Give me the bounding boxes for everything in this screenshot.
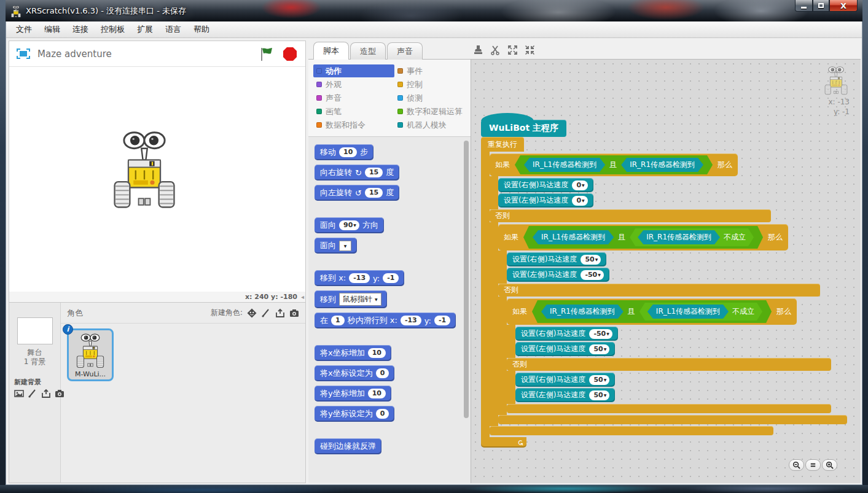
menu-board[interactable]: 控制板 [95, 22, 131, 37]
stage-canvas[interactable] [9, 67, 305, 292]
grow-sprite-icon[interactable] [507, 45, 518, 55]
menu-edit[interactable]: 编辑 [38, 22, 66, 37]
and-operator-block[interactable]: IR_R1传感器检测到 且 IR_L1传感器检测到 不成立 [532, 300, 772, 323]
category-data[interactable]: 数据和指令 [313, 118, 394, 131]
else-bar-2[interactable]: 否则 [498, 284, 820, 297]
block-set-y[interactable]: 将y坐标设定为0 [315, 406, 394, 422]
block-point-direction[interactable]: 面向90▼方向 [315, 217, 384, 233]
block-goto-xy[interactable]: 移到 x:-13y:-1 [315, 270, 404, 286]
direction-dropdown[interactable]: 90▼ [339, 220, 359, 230]
sprite-info-icon[interactable]: i [63, 324, 73, 335]
sensor-block-ir-r1[interactable]: IR_R1传感器检测到 [621, 158, 703, 172]
speed-dropdown[interactable]: 50▼ [581, 255, 601, 265]
category-events[interactable]: 事件 [394, 64, 468, 77]
script-stack[interactable]: WuLiBot 主程序 重复执行 如果 [481, 111, 847, 448]
stop-button[interactable] [282, 46, 298, 62]
not-operator-block[interactable]: IR_R1传感器检测到 不成立 [630, 228, 754, 246]
set-left-motor-speed-block[interactable]: 设置(左侧)马达速度-50▼ [507, 268, 609, 282]
shrink-sprite-icon[interactable] [525, 45, 535, 55]
dx-input[interactable]: 10 [368, 348, 386, 358]
category-looks[interactable]: 外观 [313, 78, 394, 91]
zoom-out-button[interactable] [789, 459, 804, 471]
set-right-motor-speed-block[interactable]: 设置(右侧)马达速度-50▼ [515, 327, 618, 341]
palette-scrollbar[interactable] [464, 141, 469, 418]
block-turn-right[interactable]: 向右旋转↻15度 [315, 165, 399, 181]
set-left-motor-speed-block[interactable]: 设置(左侧)马达速度50▼ [515, 388, 615, 402]
category-pen[interactable]: 画笔 [313, 105, 394, 118]
stage-thumbnail[interactable] [17, 317, 53, 344]
speed-dropdown[interactable]: -50▼ [581, 270, 604, 280]
paint-backdrop-icon[interactable] [28, 389, 37, 398]
dy-input[interactable]: 10 [368, 389, 386, 398]
speed-dropdown[interactable]: 0▼ [572, 196, 587, 206]
degrees-input[interactable]: 15 [365, 188, 383, 198]
sensor-block-ir-l1[interactable]: IR_L1传感器检测到 [647, 305, 729, 319]
if-row-3[interactable]: 如果 IR_R1传感器检测到 且 [507, 298, 797, 325]
sensor-block-ir-r1[interactable]: IR_R1传感器检测到 [541, 305, 624, 319]
block-goto-target[interactable]: 移到鼠标指针▼ [315, 290, 387, 308]
x-input[interactable]: -13 [401, 316, 421, 325]
category-operators[interactable]: 数字和逻辑运算 [394, 105, 468, 118]
category-sensing[interactable]: 侦测 [394, 91, 468, 104]
category-sound[interactable]: 声音 [313, 91, 394, 104]
forever-block[interactable]: 重复执行 如果 [481, 137, 847, 448]
tab-sounds[interactable]: 声音 [387, 42, 423, 60]
block-change-y[interactable]: 将y坐标增加10 [315, 386, 391, 402]
backdrop-from-library-icon[interactable] [14, 389, 24, 398]
panel-collapse-icon[interactable]: ◂ [301, 293, 304, 300]
sprite-card-m-wulibot[interactable]: i M-WuLi... [67, 328, 114, 381]
menu-file[interactable]: 文件 [10, 22, 38, 37]
sprite-from-library-icon[interactable] [247, 308, 257, 318]
speed-dropdown[interactable]: 50▼ [589, 344, 609, 354]
tab-costumes[interactable]: 造型 [350, 42, 386, 60]
if-else-block-3[interactable]: 如果 IR_R1传感器检测到 且 [507, 298, 831, 413]
speed-dropdown[interactable]: 50▼ [589, 390, 609, 400]
hat-block-wulibot-main[interactable]: WuLiBot 主程序 [481, 120, 566, 137]
sensor-block-ir-l1[interactable]: IR_L1传感器检测到 [524, 158, 605, 172]
sensor-block-ir-r1[interactable]: IR_R1传感器检测到 [638, 230, 720, 244]
speed-dropdown[interactable]: -50▼ [589, 329, 612, 339]
menu-language[interactable]: 语言 [159, 22, 187, 37]
paint-sprite-icon[interactable] [261, 308, 271, 318]
menu-extensions[interactable]: 扩展 [131, 22, 159, 37]
if-row-1[interactable]: 如果 IR_L1传感器检测到 且 IR_R1传感器检测到 那么 [490, 153, 738, 176]
block-move-steps[interactable]: 移动10步 [315, 144, 373, 160]
category-robot[interactable]: 机器人模块 [394, 118, 468, 131]
y-input[interactable]: 0 [376, 409, 389, 419]
block-change-x[interactable]: 将x坐标增加10 [315, 345, 391, 361]
if-row-2[interactable]: 如果 IR_L1传感器检测到 且 IR_R1传感器检测到 [498, 224, 788, 250]
sensor-block-ir-l1[interactable]: IR_L1传感器检测到 [533, 230, 614, 244]
block-set-x[interactable]: 将x坐标设定为0 [315, 365, 394, 381]
tab-scripts[interactable]: 脚本 [313, 42, 349, 60]
block-turn-left[interactable]: 向左旋转↺15度 [315, 185, 399, 201]
x-input[interactable]: -13 [349, 273, 370, 283]
category-motion[interactable]: 动作 [313, 64, 394, 77]
menu-help[interactable]: 帮助 [187, 22, 216, 37]
green-flag-button[interactable] [259, 46, 275, 62]
speed-dropdown[interactable]: 50▼ [589, 375, 609, 385]
not-operator-block[interactable]: IR_L1传感器检测到 不成立 [639, 303, 762, 320]
set-left-motor-speed-block[interactable]: 设置(左侧)马达速度0▼ [498, 193, 593, 208]
set-right-motor-speed-block[interactable]: 设置(右侧)马达速度0▼ [498, 178, 593, 192]
x-input[interactable]: 0 [376, 368, 389, 378]
category-control[interactable]: 控制 [394, 78, 468, 91]
block-bounce-on-edge[interactable]: 碰到边缘就反弹 [315, 438, 381, 454]
set-right-motor-speed-block[interactable]: 设置(右侧)马达速度50▼ [515, 373, 615, 387]
goto-target-dropdown[interactable]: 鼠标指针▼ [339, 293, 381, 306]
zoom-in-button[interactable] [822, 459, 837, 471]
upload-sprite-icon[interactable] [275, 308, 285, 318]
delete-scissors-icon[interactable] [490, 45, 501, 55]
maximize-button[interactable] [813, 0, 829, 12]
duplicate-stamp-icon[interactable] [473, 45, 483, 55]
script-canvas[interactable]: x: -13 y: -1 WuLiBot 主程序 重复执行 [471, 60, 861, 483]
set-left-motor-speed-block[interactable]: 设置(左侧)马达速度50▼ [515, 342, 615, 356]
target-dropdown[interactable]: ▼ [339, 241, 351, 251]
block-point-towards[interactable]: 面向▼ [315, 238, 357, 254]
and-operator-block[interactable]: IR_L1传感器检测到 且 IR_R1传感器检测到 [515, 155, 713, 174]
camera-sprite-icon[interactable] [289, 308, 299, 318]
and-operator-block[interactable]: IR_L1传感器检测到 且 IR_R1传感器检测到 不成立 [523, 226, 763, 249]
zoom-reset-button[interactable] [805, 459, 821, 471]
close-button[interactable]: X [829, 0, 858, 12]
secs-input[interactable]: 1 [331, 316, 345, 325]
degrees-input[interactable]: 15 [365, 168, 383, 177]
